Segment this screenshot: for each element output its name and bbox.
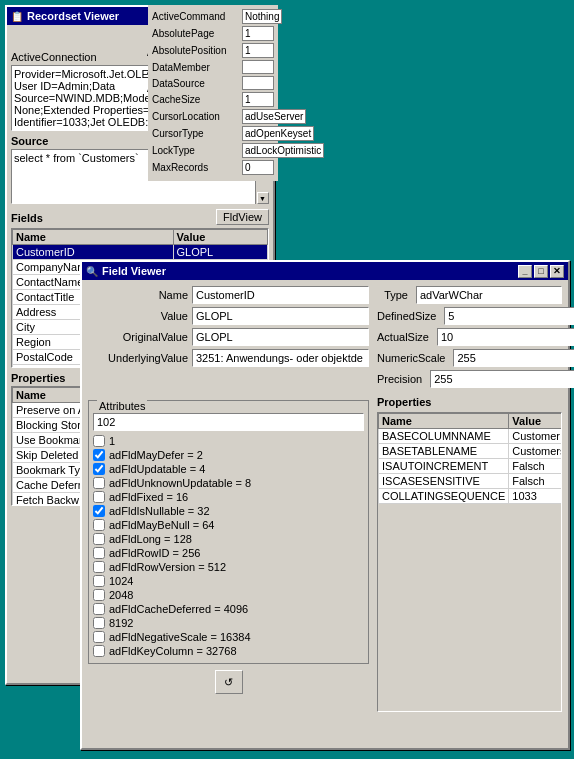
fv-type-input[interactable] xyxy=(416,286,562,304)
fv-refresh-button[interactable]: ↺ xyxy=(215,670,243,694)
attribute-checkbox[interactable] xyxy=(93,477,105,489)
fv-prop-value-cell: CustomerID xyxy=(509,429,562,444)
fv-name-input[interactable] xyxy=(192,286,369,304)
data-source-label: DataSource xyxy=(152,78,242,89)
attribute-checkbox[interactable] xyxy=(93,505,105,517)
fv-actual-size-input[interactable] xyxy=(437,328,574,346)
fv-underlying-label: UnderlyingValue xyxy=(88,352,188,364)
cursor-location-value: adUseServer xyxy=(242,109,306,124)
recordset-title-icon: 📋 xyxy=(11,11,23,22)
fv-numeric-scale-row: NumericScale xyxy=(377,349,562,367)
attributes-input[interactable] xyxy=(93,413,364,431)
fv-properties-container[interactable]: Name Value BASECOLUMNNAMECustomerIDBASET… xyxy=(377,412,562,712)
fields-col-name: Name xyxy=(13,230,174,245)
list-item[interactable]: BASECOLUMNNAMECustomerID xyxy=(379,429,563,444)
attributes-legend: Attributes xyxy=(97,400,147,412)
attribute-checkbox[interactable] xyxy=(93,575,105,587)
attribute-checkbox[interactable] xyxy=(93,603,105,615)
attribute-checkbox[interactable] xyxy=(93,547,105,559)
fv-type-row: Type xyxy=(377,286,562,304)
checkbox-label: adFldUpdatable = 4 xyxy=(109,463,205,475)
fv-properties-label: Properties xyxy=(377,396,562,408)
attribute-checkbox[interactable] xyxy=(93,561,105,573)
fv-underlying-input[interactable] xyxy=(192,349,369,367)
fv-numeric-scale-label: NumericScale xyxy=(377,352,445,364)
cache-size-label: CacheSize xyxy=(152,94,242,105)
data-source-value xyxy=(242,76,274,90)
attribute-checkbox[interactable] xyxy=(93,533,105,545)
fields-col-value: Value xyxy=(173,230,267,245)
fv-prop-name-cell: BASETABLENAME xyxy=(379,444,509,459)
checkbox-label: 8192 xyxy=(109,617,133,629)
fv-defined-size-row: DefinedSize xyxy=(377,307,562,325)
checkbox-row: adFldIsNullable = 32 xyxy=(93,505,364,517)
table-row[interactable]: CustomerIDGLOPL xyxy=(13,245,268,260)
fv-right-fields: Type DefinedSize ActualSize NumericScale… xyxy=(377,286,562,388)
data-member-value xyxy=(242,60,274,74)
fv-precision-input[interactable] xyxy=(430,370,574,388)
list-item[interactable]: COLLATINGSEQUENCE1033 xyxy=(379,489,563,504)
max-records-row: MaxRecords 0 xyxy=(152,160,274,175)
fv-prop-value-cell: Customers xyxy=(509,444,562,459)
fv-numeric-scale-input[interactable] xyxy=(453,349,574,367)
cursor-location-label: CursorLocation xyxy=(152,111,242,122)
list-item[interactable]: ISCASESENSITIVEFalsch xyxy=(379,474,563,489)
attribute-checkbox[interactable] xyxy=(93,631,105,643)
fv-value-input[interactable] xyxy=(192,307,369,325)
fv-minimize-button[interactable]: _ xyxy=(518,265,532,278)
checkbox-row: adFldMayBeNull = 64 xyxy=(93,519,364,531)
attribute-checkbox[interactable] xyxy=(93,519,105,531)
lock-type-label: LockType xyxy=(152,145,242,156)
checkbox-row: adFldUnknownUpdatable = 8 xyxy=(93,477,364,489)
fv-original-label: OriginalValue xyxy=(88,331,188,343)
fv-bottom-section: Attributes 1adFldMayDefer = 2adFldUpdata… xyxy=(88,392,562,712)
fv-refresh-row: ↺ xyxy=(88,670,369,694)
max-records-label: MaxRecords xyxy=(152,162,242,173)
attribute-checkbox[interactable] xyxy=(93,463,105,475)
checkbox-row: adFldCacheDeferred = 4096 xyxy=(93,603,364,615)
cursor-type-label: CursorType xyxy=(152,128,242,139)
attribute-checkbox[interactable] xyxy=(93,589,105,601)
fv-original-row: OriginalValue xyxy=(88,328,369,346)
cursor-type-value: adOpenKeyset xyxy=(242,126,314,141)
source-scroll-down[interactable]: ▼ xyxy=(257,192,269,204)
ac-panel-label: ActiveCommand xyxy=(152,11,242,22)
data-member-row: DataMember xyxy=(152,60,274,74)
abs-page-value: 1 xyxy=(242,26,274,41)
checkbox-row: adFldUpdatable = 4 xyxy=(93,463,364,475)
checkbox-label: adFldKeyColumn = 32768 xyxy=(109,645,237,657)
fv-defined-size-input[interactable] xyxy=(444,307,574,325)
fv-original-input[interactable] xyxy=(192,328,369,346)
ac-panel-value: Nothing xyxy=(242,9,282,24)
attribute-checkbox[interactable] xyxy=(93,435,105,447)
attribute-checkbox[interactable] xyxy=(93,617,105,629)
fv-prop-name-cell: COLLATINGSEQUENCE xyxy=(379,489,509,504)
field-viewer-controls: _ □ ✕ xyxy=(518,265,564,278)
fv-prop-value-cell: Falsch xyxy=(509,459,562,474)
checkbox-label: adFldIsNullable = 32 xyxy=(109,505,210,517)
fv-maximize-button[interactable]: □ xyxy=(534,265,548,278)
attribute-checkbox[interactable] xyxy=(93,491,105,503)
checkbox-row: adFldRowID = 256 xyxy=(93,547,364,559)
fv-prop-value-cell: 1033 xyxy=(509,489,562,504)
fields-label: Fields xyxy=(11,212,43,224)
fv-props-col-name: Name xyxy=(379,414,509,429)
list-item[interactable]: ISAUTOINCREMENTFalsch xyxy=(379,459,563,474)
fv-value-label: Value xyxy=(88,310,188,322)
checkbox-label: adFldLong = 128 xyxy=(109,533,192,545)
fv-close-button[interactable]: ✕ xyxy=(550,265,564,278)
cursor-location-row: CursorLocation adUseServer xyxy=(152,109,274,124)
checkbox-row: 2048 xyxy=(93,589,364,601)
active-command-panel-row: ActiveCommand Nothing xyxy=(152,9,274,24)
checkbox-label: adFldCacheDeferred = 4096 xyxy=(109,603,248,615)
fv-name-label: Name xyxy=(88,289,188,301)
cursor-type-row: CursorType adOpenKeyset xyxy=(152,126,274,141)
data-member-label: DataMember xyxy=(152,62,242,73)
checkbox-row: adFldKeyColumn = 32768 xyxy=(93,645,364,657)
fv-prop-name-cell: ISCASESENSITIVE xyxy=(379,474,509,489)
fld-view-button[interactable]: FldView xyxy=(216,209,269,225)
attribute-checkbox[interactable] xyxy=(93,449,105,461)
fv-actual-size-label: ActualSize xyxy=(377,331,429,343)
attribute-checkbox[interactable] xyxy=(93,645,105,657)
list-item[interactable]: BASETABLENAMECustomers xyxy=(379,444,563,459)
